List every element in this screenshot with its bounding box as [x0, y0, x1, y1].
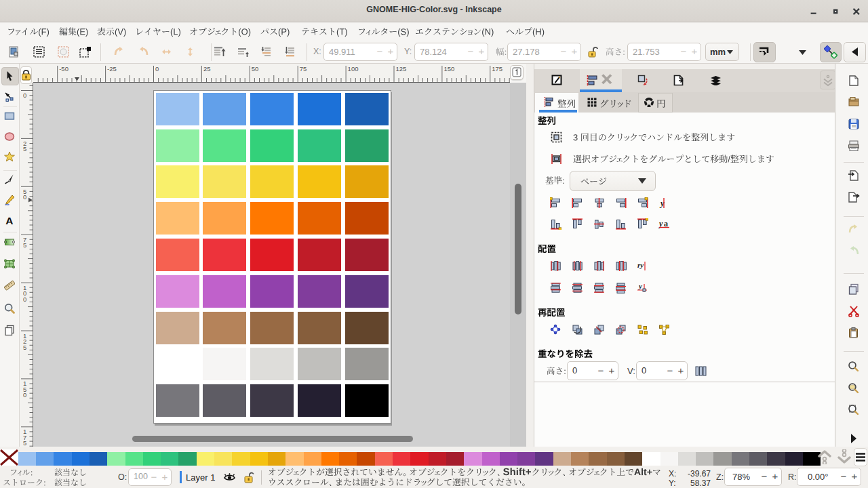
svg-text:-50: -50: [59, 65, 68, 73]
svg-text:5: 5: [23, 241, 26, 249]
svg-text:0: 0: [23, 296, 26, 303]
svg-text:100: 100: [348, 65, 359, 73]
svg-text:5: 5: [23, 344, 26, 351]
svg-text:75: 75: [300, 65, 307, 73]
svg-text:150: 150: [443, 65, 454, 73]
svg-text:0: 0: [23, 193, 26, 201]
svg-text:ry: ry: [637, 261, 644, 269]
svg-text:-25: -25: [107, 65, 117, 73]
svg-text:y: y: [637, 282, 642, 290]
svg-text:A: A: [5, 215, 13, 226]
svg-text:5: 5: [23, 145, 26, 152]
svg-text:175: 175: [492, 65, 502, 73]
svg-text:50: 50: [252, 65, 259, 73]
svg-text:125: 125: [396, 65, 407, 73]
svg-text:0: 0: [23, 391, 26, 399]
svg-text:0: 0: [155, 65, 159, 73]
svg-text:5: 5: [23, 439, 26, 447]
svg-text:25: 25: [203, 65, 211, 73]
svg-text:0: 0: [23, 92, 26, 99]
